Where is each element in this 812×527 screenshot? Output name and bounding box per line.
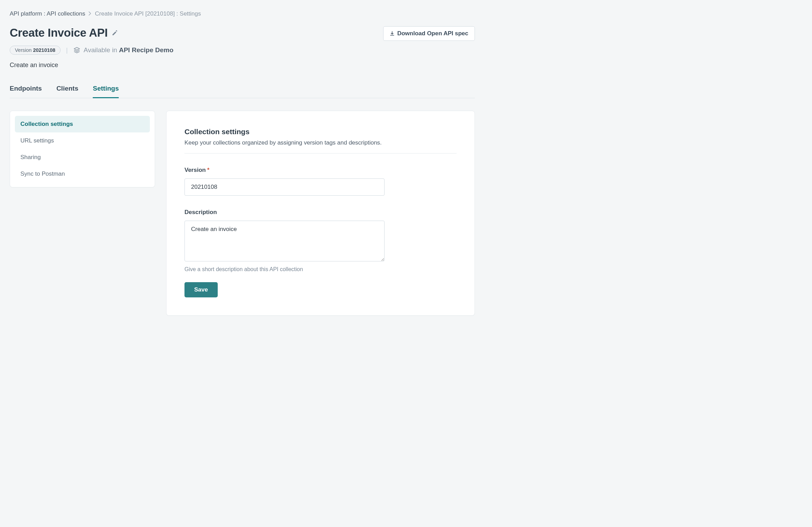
description-help-text: Give a short description about this API … bbox=[184, 266, 385, 272]
version-badge-value: 20210108 bbox=[33, 47, 55, 53]
download-open-api-spec-button[interactable]: Download Open API spec bbox=[383, 26, 475, 41]
download-button-label: Download Open API spec bbox=[397, 30, 468, 37]
version-badge: Version 20210108 bbox=[10, 46, 61, 55]
description-textarea[interactable] bbox=[184, 221, 385, 261]
short-description: Create an invoice bbox=[10, 62, 475, 69]
breadcrumb-root-link[interactable]: API platform : API collections bbox=[10, 10, 85, 17]
availability-target: API Recipe Demo bbox=[119, 46, 173, 54]
breadcrumb-current: Create Invoice API [20210108] : Settings bbox=[95, 10, 201, 17]
settings-sidebar: Collection settings URL settings Sharing… bbox=[10, 111, 155, 187]
sidebar-item-url-settings[interactable]: URL settings bbox=[15, 132, 150, 149]
version-label-text: Version bbox=[184, 167, 206, 174]
description-label: Description bbox=[184, 209, 385, 216]
description-label-text: Description bbox=[184, 209, 217, 216]
tabs: Endpoints Clients Settings bbox=[10, 85, 475, 98]
tab-endpoints[interactable]: Endpoints bbox=[10, 85, 42, 98]
edit-icon[interactable] bbox=[112, 30, 118, 36]
sidebar-item-collection-settings[interactable]: Collection settings bbox=[15, 116, 150, 132]
meta-divider: | bbox=[66, 47, 68, 54]
section-title: Collection settings bbox=[184, 128, 457, 136]
sidebar-item-sync-to-postman[interactable]: Sync to Postman bbox=[15, 166, 150, 182]
download-icon bbox=[390, 31, 395, 36]
main-panel: Collection settings Keep your collection… bbox=[166, 111, 475, 316]
availability-prefix: Available in bbox=[84, 46, 119, 54]
chevron-right-icon bbox=[89, 10, 91, 17]
version-input[interactable] bbox=[184, 178, 385, 196]
version-badge-prefix: Version bbox=[15, 47, 33, 53]
breadcrumb: API platform : API collections Create In… bbox=[10, 10, 475, 17]
tab-settings[interactable]: Settings bbox=[93, 85, 119, 98]
tab-clients[interactable]: Clients bbox=[56, 85, 78, 98]
section-subtitle: Keep your collections organized by assig… bbox=[184, 139, 457, 146]
version-label: Version * bbox=[184, 167, 385, 174]
sidebar-item-sharing[interactable]: Sharing bbox=[15, 149, 150, 166]
availability-indicator: Available in API Recipe Demo bbox=[73, 46, 173, 54]
page-title: Create Invoice API bbox=[10, 26, 108, 39]
stack-icon bbox=[73, 47, 80, 54]
required-asterisk: * bbox=[207, 167, 209, 174]
section-divider bbox=[184, 153, 457, 154]
save-button[interactable]: Save bbox=[184, 282, 218, 297]
